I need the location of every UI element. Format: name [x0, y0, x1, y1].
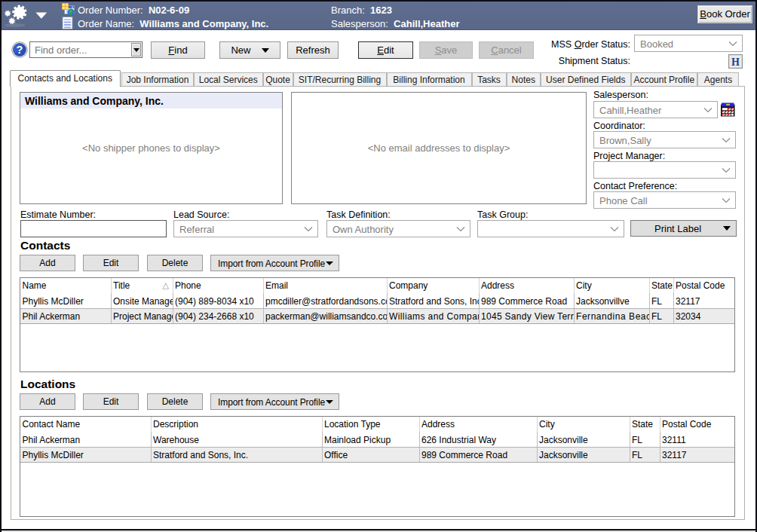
svg-text:?: ?: [17, 44, 23, 56]
